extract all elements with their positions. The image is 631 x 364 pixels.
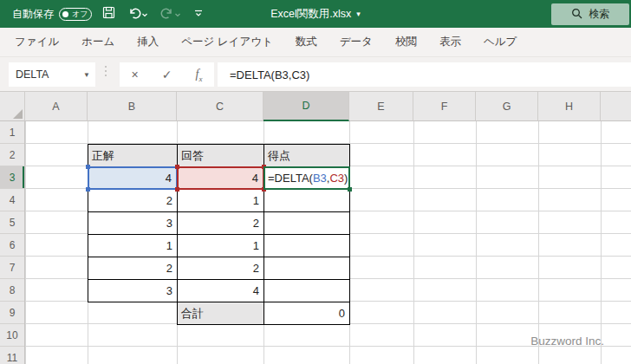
tab-home[interactable]: ホーム [70, 28, 126, 57]
select-all-icon [13, 109, 23, 119]
cell-B7[interactable]: 2 [88, 257, 178, 280]
redo-icon [160, 6, 174, 23]
formula-ref2: C3 [329, 172, 344, 185]
select-all-button[interactable] [0, 92, 25, 121]
formula-input[interactable]: =DELTA(B3,C3) [218, 62, 631, 87]
cell-C8[interactable]: 4 [177, 279, 264, 302]
formula-bar-row: DELTA ▼ × ✓ fx =DELTA(B3,C3) [0, 57, 631, 92]
column-header-C[interactable]: C [177, 92, 263, 121]
row-header-3-active[interactable]: 3 [0, 166, 24, 189]
undo-button[interactable] [126, 6, 150, 23]
row-header-1[interactable]: 1 [0, 121, 24, 144]
cell-D7[interactable] [263, 257, 350, 280]
column-header-E[interactable]: E [349, 92, 413, 121]
row-header-2[interactable]: 2 [0, 144, 24, 166]
column-header-B[interactable]: B [88, 92, 177, 121]
cell-C2-header[interactable]: 回答 [177, 144, 264, 167]
autosave-state: オフ [72, 9, 88, 20]
fill-handle-icon[interactable] [348, 187, 352, 192]
tab-file[interactable]: ファイル [3, 28, 70, 57]
name-box-dropdown-icon[interactable]: ▼ [83, 71, 90, 79]
ribbon-tab-bar: ファイル ホーム 挿入 ページ レイアウト 数式 データ 校閲 表示 ヘルプ [0, 28, 631, 57]
tab-view[interactable]: 表示 [428, 28, 472, 57]
cell-B5[interactable]: 3 [88, 211, 178, 235]
cell-D3-editing[interactable]: =DELTA(B3,C3) [263, 166, 350, 190]
search-box[interactable]: 検索 [551, 3, 629, 25]
cell-D2-header[interactable]: 得点 [263, 144, 350, 167]
cell-C5[interactable]: 2 [177, 211, 264, 235]
name-box-value: DELTA [16, 68, 49, 81]
tab-data[interactable]: データ [329, 28, 384, 57]
separator-dots [105, 66, 107, 76]
autosave-label: 自動保存 [12, 7, 54, 22]
row-header-8[interactable]: 8 [0, 279, 24, 302]
cell-D9-total-value[interactable]: 0 [263, 302, 350, 325]
undo-icon [127, 6, 141, 23]
row-header-4[interactable]: 4 [0, 189, 24, 211]
column-header-D-active[interactable]: D [263, 92, 349, 121]
save-icon [102, 6, 115, 22]
formula-buttons: × ✓ fx [120, 62, 214, 87]
redo-button[interactable] [159, 6, 183, 23]
cancel-button[interactable]: × [132, 68, 139, 81]
enter-button[interactable]: ✓ [162, 68, 172, 81]
cell-C9-total-label[interactable]: 合計 [177, 302, 264, 325]
row-header-10[interactable]: 10 [0, 324, 24, 347]
row-header-9[interactable]: 9 [0, 302, 24, 324]
ref-handle-icon[interactable] [175, 165, 179, 169]
autosave-toggle[interactable]: オフ [59, 8, 92, 21]
cell-D6[interactable] [263, 234, 350, 257]
quick-access-toolbar: 自動保存 オフ [0, 6, 205, 23]
formula-suffix: ) [344, 172, 348, 185]
tab-review[interactable]: 校閲 [384, 28, 428, 57]
autosave-control[interactable]: 自動保存 オフ [12, 7, 92, 22]
ref-handle-icon[interactable] [175, 187, 179, 192]
cell-B8[interactable]: 3 [88, 279, 178, 302]
redo-dropdown-icon [174, 8, 181, 21]
cell-B3-reference[interactable]: 4 [88, 166, 178, 190]
tab-insert[interactable]: 挿入 [126, 28, 170, 57]
cell-C3-reference[interactable]: 4 [177, 166, 264, 190]
column-header-F[interactable]: F [413, 92, 476, 121]
title-bar: 自動保存 オフ [0, 0, 631, 28]
ref-handle-icon[interactable] [86, 165, 90, 169]
save-button[interactable] [101, 6, 117, 22]
undo-dropdown-icon[interactable] [141, 8, 148, 21]
search-label: 検索 [589, 7, 610, 22]
cell-D4[interactable] [263, 189, 350, 212]
formula-ref1: B3 [313, 172, 327, 185]
cell-D8[interactable] [263, 279, 350, 302]
cell-C6[interactable]: 1 [177, 234, 264, 257]
row-header-6[interactable]: 6 [0, 234, 24, 257]
row-header-5[interactable]: 5 [0, 211, 24, 234]
cell-B6[interactable]: 1 [88, 234, 178, 257]
document-title-text: Excel関数用.xlsx [270, 7, 351, 22]
cell-B2-header[interactable]: 正解 [88, 144, 178, 167]
name-box[interactable]: DELTA ▼ [9, 62, 95, 87]
watermark-text: Buzzword Inc. [530, 335, 604, 348]
cell-B3-value: 4 [166, 172, 172, 185]
cell-C4[interactable]: 1 [177, 189, 264, 212]
tab-help[interactable]: ヘルプ [472, 28, 528, 57]
title-dropdown-icon: ▾ [356, 10, 361, 18]
column-header-G[interactable]: G [476, 92, 538, 121]
row-header-column: 1 2 3 4 5 6 7 8 9 10 11 [0, 121, 25, 364]
column-header-row: A B C D E F G H [0, 92, 631, 121]
cell-B4[interactable]: 2 [88, 189, 178, 212]
cell-C7[interactable]: 2 [177, 257, 264, 280]
ref-handle-icon[interactable] [86, 187, 90, 192]
column-header-H[interactable]: H [538, 92, 601, 121]
customize-quick-access-button[interactable] [192, 8, 205, 21]
column-header-A[interactable]: A [25, 92, 88, 121]
cell-D5[interactable] [263, 211, 350, 235]
formula-text: =DELTA(B3,C3) [230, 68, 309, 81]
insert-function-button[interactable]: fx [196, 67, 203, 83]
row-header-11[interactable]: 11 [0, 347, 24, 364]
formula-prefix: =DELTA( [268, 172, 313, 185]
toggle-knob-icon [62, 11, 68, 17]
fx-x: x [198, 74, 202, 82]
tab-formulas[interactable]: 数式 [284, 28, 329, 57]
customize-toolbar-icon [193, 8, 204, 21]
row-header-7[interactable]: 7 [0, 257, 24, 279]
tab-page-layout[interactable]: ページ レイアウト [170, 28, 284, 57]
